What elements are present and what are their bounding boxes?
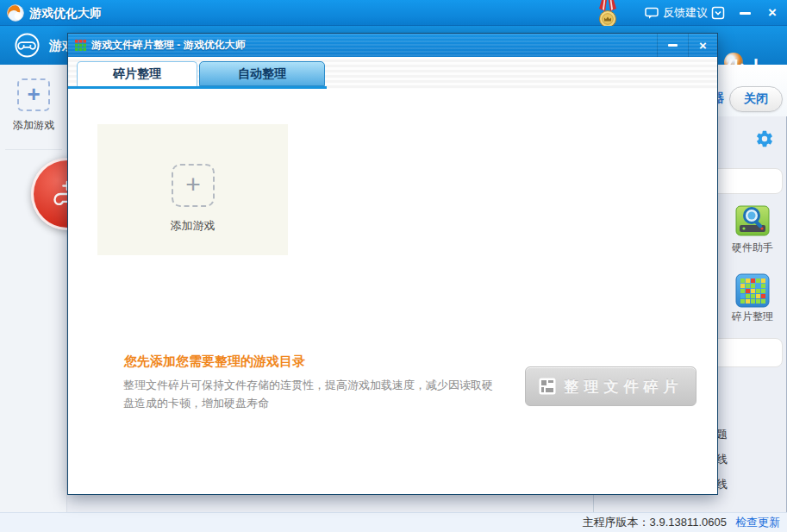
settings-gear-icon[interactable]: [755, 129, 774, 148]
dialog-tabrow: 碎片整理 自动整理: [68, 57, 717, 89]
app-title: 游戏优化大师: [29, 0, 102, 26]
defrag-button-label: 整理文件碎片: [565, 377, 684, 397]
add-game-button[interactable]: +: [172, 164, 215, 207]
sidebar-add-game-button[interactable]: +: [17, 78, 50, 111]
tray-arrow-icon: [711, 6, 725, 20]
gamepad-circle-icon[interactable]: [14, 32, 41, 59]
dialog-grid-icon: [75, 40, 86, 51]
defrag-rail-icon[interactable]: [735, 273, 770, 308]
statusbar: 主程序版本：3.9.13811.0605 检查更新: [0, 512, 787, 532]
tab-auto-defrag[interactable]: 自动整理: [199, 61, 325, 86]
minimize-button[interactable]: [733, 0, 757, 26]
hardware-helper-icon[interactable]: [735, 203, 770, 238]
panel-close-button[interactable]: 关闭: [729, 86, 783, 112]
close-icon: ×: [768, 4, 777, 22]
add-game-card: + 添加游戏: [97, 124, 288, 255]
status-divider: [593, 495, 594, 512]
dialog-title: 游戏文件碎片整理 - 游戏优化大师: [91, 34, 246, 57]
minimize-to-tray-button[interactable]: [707, 0, 729, 26]
minimize-icon: [740, 12, 751, 15]
dialog-description: 整理文件碎片可保持文件存储的连贯性，提高游戏加载速度，减少因读取硬盘造成的卡顿，…: [123, 376, 501, 412]
game-sidebar: + 添加游戏: [0, 65, 67, 512]
medal-icon: [595, 0, 621, 29]
dialog-minimize-button[interactable]: [657, 34, 688, 57]
hardware-helper-label: 硬件助手: [718, 241, 787, 255]
feedback-label: 反馈建议: [663, 5, 708, 21]
dialog-close-button[interactable]: ×: [688, 34, 717, 57]
add-game-label: 添加游戏: [97, 218, 288, 234]
defrag-action-button[interactable]: 整理文件碎片: [525, 366, 696, 406]
plus-icon: +: [185, 170, 201, 198]
defrag-dialog: 游戏文件碎片整理 - 游戏优化大师 × 碎片整理 自动整理 + 添加游戏 您先添…: [67, 33, 718, 495]
speech-bubble-icon: [645, 6, 659, 20]
dialog-heading: 您先添加您需要整理的游戏目录: [124, 354, 305, 370]
minimize-icon: [668, 44, 678, 47]
plus-icon: +: [27, 81, 40, 107]
version-text: 主程序版本：3.9.13811.0605: [583, 515, 727, 530]
feedback-button[interactable]: 反馈建议: [645, 0, 708, 26]
check-update-link[interactable]: 检查更新: [735, 515, 780, 530]
close-icon: ×: [699, 38, 707, 53]
app-logo-icon: [7, 4, 24, 22]
clipped-panel-bottom: [710, 338, 783, 367]
sidebar-divider: [5, 149, 62, 150]
dialog-titlebar: 游戏文件碎片整理 - 游戏优化大师 ×: [68, 34, 717, 57]
app-window: 游戏优化大师 反馈建议 ×: [0, 0, 787, 532]
clipped-panel-top: [710, 168, 783, 194]
tab-underline: [68, 86, 327, 89]
panel-close-label: 关闭: [744, 91, 768, 107]
defrag-blocks-icon: [539, 378, 556, 395]
sidebar-add-game-label: 添加游戏: [0, 118, 67, 133]
tab-defrag[interactable]: 碎片整理: [77, 61, 197, 86]
defrag-rail-label: 碎片整理: [718, 310, 787, 324]
close-button[interactable]: ×: [760, 0, 784, 26]
main-titlebar: 游戏优化大师 反馈建议 ×: [0, 0, 787, 26]
